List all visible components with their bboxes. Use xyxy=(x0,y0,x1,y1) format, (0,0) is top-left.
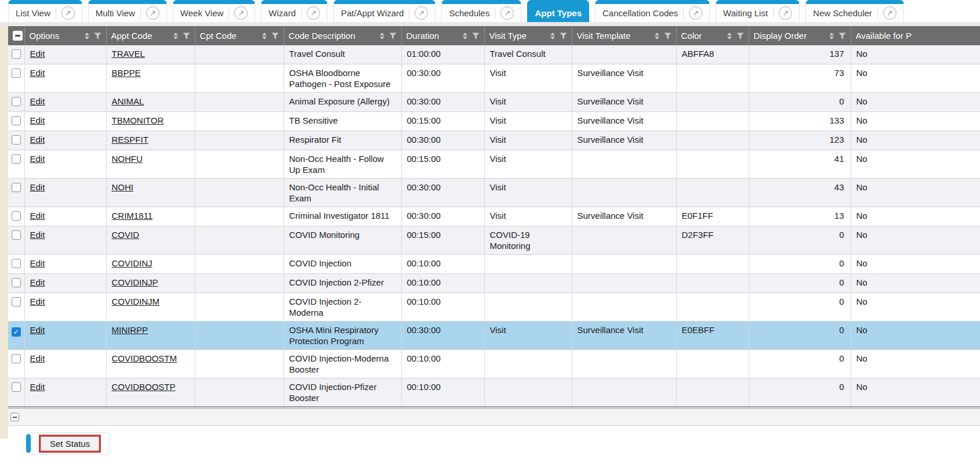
appt-code-link[interactable]: COVIDBOOSTM xyxy=(112,353,177,363)
cell-options: Edit xyxy=(24,45,106,64)
filter-icon[interactable] xyxy=(389,33,397,39)
column-header-appt-code[interactable]: Appt Code xyxy=(106,26,195,45)
select-all-checkbox[interactable] xyxy=(13,31,23,41)
cell-appt-code: CRIM1811 xyxy=(106,207,195,226)
sort-icon[interactable] xyxy=(262,33,267,39)
sort-icon[interactable] xyxy=(173,33,178,39)
row-checkbox[interactable] xyxy=(12,382,21,392)
edit-link[interactable]: Edit xyxy=(30,96,45,106)
tab-waiting-list[interactable]: Waiting List↗ xyxy=(716,0,800,22)
appt-code-link[interactable]: RESPFIT xyxy=(112,135,148,145)
tab-new-scheduler[interactable]: New Scheduler↗ xyxy=(805,0,904,22)
appt-code-link[interactable]: MINIRPP xyxy=(112,325,148,335)
filter-icon[interactable] xyxy=(736,33,744,39)
appt-code-link[interactable]: COVID xyxy=(112,230,140,240)
edit-link[interactable]: Edit xyxy=(30,325,45,335)
set-status-button[interactable]: Set Status xyxy=(41,436,99,451)
row-checkbox[interactable] xyxy=(12,49,21,59)
tab-divider xyxy=(773,7,774,19)
row-checkbox[interactable]: ✓ xyxy=(12,327,21,337)
edit-link[interactable]: Edit xyxy=(30,297,45,306)
sort-icon[interactable] xyxy=(85,33,89,39)
row-checkbox[interactable] xyxy=(12,154,21,164)
tab-week-view[interactable]: Week View↗ xyxy=(173,0,255,22)
edit-link[interactable]: Edit xyxy=(30,230,45,240)
row-checkbox[interactable] xyxy=(12,211,21,221)
column-header-duration[interactable]: Duration xyxy=(401,26,484,45)
row-checkbox[interactable] xyxy=(12,354,21,363)
popout-icon[interactable]: ↗ xyxy=(307,6,320,20)
filter-icon[interactable] xyxy=(94,33,101,39)
filter-icon[interactable] xyxy=(472,33,480,39)
popout-icon[interactable]: ↗ xyxy=(146,6,159,20)
tab-cancellation-codes[interactable]: Cancellation Codes↗ xyxy=(595,0,710,22)
edit-link[interactable]: Edit xyxy=(30,49,45,59)
edit-link[interactable]: Edit xyxy=(30,182,45,192)
filter-icon[interactable] xyxy=(183,33,190,39)
appt-code-link[interactable]: COVIDINJ xyxy=(112,258,153,268)
sort-icon[interactable] xyxy=(550,33,555,39)
appt-code-link[interactable]: CRIM1811 xyxy=(112,211,153,221)
tab-schedules[interactable]: Schedules↗ xyxy=(441,0,521,22)
popout-icon[interactable]: ↗ xyxy=(61,6,75,20)
column-header-options[interactable]: Options xyxy=(24,26,106,45)
edit-link[interactable]: Edit xyxy=(30,211,45,221)
edit-link[interactable]: Edit xyxy=(30,353,45,363)
row-checkbox[interactable] xyxy=(12,116,21,125)
row-checkbox[interactable] xyxy=(12,68,21,78)
row-checkbox[interactable] xyxy=(12,135,21,145)
filter-icon[interactable] xyxy=(664,33,672,39)
sort-icon[interactable] xyxy=(655,33,659,39)
tab-multi-view[interactable]: Multi View↗ xyxy=(88,0,167,22)
appt-code-link[interactable]: TBMONITOR xyxy=(112,115,164,125)
appt-code-link[interactable]: NOHFU xyxy=(112,154,143,164)
column-header-visit-type[interactable]: Visit Type xyxy=(484,26,572,45)
edit-link[interactable]: Edit xyxy=(30,154,45,164)
sort-icon[interactable] xyxy=(727,33,732,39)
edit-link[interactable]: Edit xyxy=(30,382,45,392)
appt-code-link[interactable]: COVIDINJM xyxy=(112,297,160,306)
popout-icon[interactable]: ↗ xyxy=(689,6,702,20)
tab-list-view[interactable]: List View↗ xyxy=(8,0,82,22)
row-checkbox[interactable] xyxy=(12,183,21,192)
appt-code-link[interactable]: COVIDBOOSTP xyxy=(112,382,176,392)
tab-pat-appt-wizard[interactable]: Pat/Appt Wizard↗ xyxy=(333,0,435,22)
column-header-color[interactable]: Color xyxy=(676,26,749,45)
appt-code-link[interactable]: TRAVEL xyxy=(112,49,145,59)
column-label: Visit Type xyxy=(489,31,527,41)
row-checkbox[interactable] xyxy=(12,297,21,306)
popout-icon[interactable]: ↗ xyxy=(500,6,514,20)
edit-link[interactable]: Edit xyxy=(30,68,45,78)
tab-appt-types[interactable]: Appt Types xyxy=(527,0,589,22)
sort-icon[interactable] xyxy=(463,33,467,39)
row-checkbox[interactable] xyxy=(12,278,21,287)
column-header-cpt-code[interactable]: Cpt Code xyxy=(195,26,284,45)
edit-link[interactable]: Edit xyxy=(30,277,45,287)
appt-code-link[interactable]: NOHI xyxy=(112,182,134,192)
edit-link[interactable]: Edit xyxy=(30,258,45,268)
appt-code-link[interactable]: ANIMAL xyxy=(112,96,144,106)
popout-icon[interactable]: ↗ xyxy=(779,6,792,20)
popout-icon[interactable]: ↗ xyxy=(234,6,248,20)
row-checkbox[interactable] xyxy=(12,97,21,106)
column-header-visit-template[interactable]: Visit Template xyxy=(572,26,676,45)
column-header-description[interactable]: Code Description xyxy=(284,26,401,45)
popout-icon[interactable]: ↗ xyxy=(415,6,428,20)
tab-wizard[interactable]: Wizard↗ xyxy=(261,0,328,22)
sort-icon[interactable] xyxy=(829,33,834,39)
popout-icon[interactable]: ↗ xyxy=(883,6,896,20)
filter-icon[interactable] xyxy=(271,33,279,39)
edit-link[interactable]: Edit xyxy=(30,115,45,125)
cell-visit-template: Surveillance Visit xyxy=(572,93,676,112)
collapse-grid-icon[interactable] xyxy=(10,413,19,421)
edit-link[interactable]: Edit xyxy=(30,135,45,145)
sort-icon[interactable] xyxy=(380,33,384,39)
row-checkbox[interactable] xyxy=(12,230,21,240)
filter-icon[interactable] xyxy=(839,33,846,39)
appt-code-link[interactable]: BBPPE xyxy=(112,68,141,78)
row-checkbox[interactable] xyxy=(12,259,21,268)
appt-code-link[interactable]: COVIDINJP xyxy=(112,277,158,287)
filter-icon[interactable] xyxy=(560,33,567,39)
column-header-display-order[interactable]: Display Order xyxy=(749,26,851,45)
cell-options: Edit xyxy=(24,64,106,93)
